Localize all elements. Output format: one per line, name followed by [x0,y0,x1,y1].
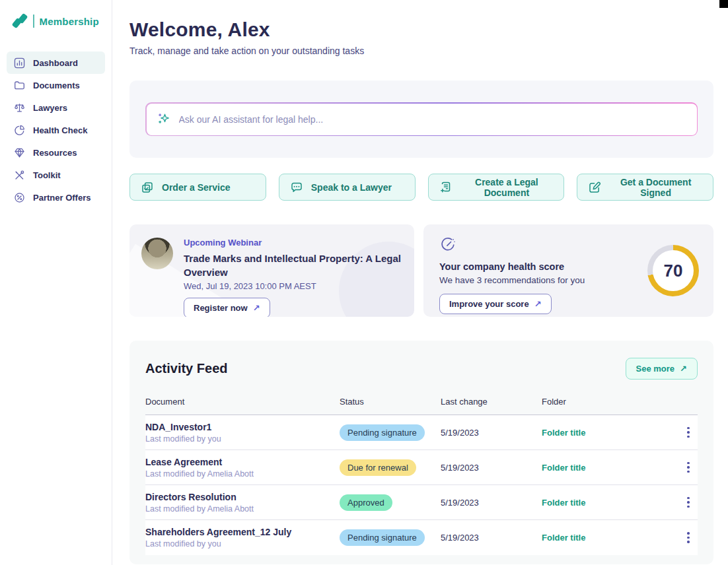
sidebar-item-label: Dashboard [33,58,78,68]
sidebar-nav: Dashboard Documents Lawyers Health Check [0,51,112,209]
see-more-label: See more [636,364,675,374]
column-header-status: Status [340,397,441,407]
ai-input-container [147,104,697,135]
sidebar-item-label: Documents [33,81,80,90]
document-plus-icon [439,181,453,194]
scales-icon [13,102,25,114]
table-row: Lease Agreement Last modified by Amelia … [145,450,698,485]
row-menu-button[interactable] [679,529,698,546]
sidebar-item-label: Resources [33,148,77,158]
status-badge: Approved [340,494,392,511]
activity-feed-title: Activity Feed [145,361,227,376]
document-modified: Last modified by you [145,539,340,548]
webinar-speaker-avatar [141,238,173,269]
last-change-date: 5/19/2023 [441,463,542,473]
quick-action-label: Order a Service [162,182,231,193]
document-modified: Last modified by Amelia Abott [145,469,340,479]
arrow-up-right-icon: ↗ [253,303,260,313]
main-content: Welcome, Alex Track, manage and take act… [112,0,728,565]
dashboard-icon [13,57,25,69]
row-menu-button[interactable] [679,424,698,441]
sidebar: Membership Dashboard Documents Lawyers [0,0,112,565]
folder-link[interactable]: Folder title [542,533,679,543]
brand-name: Membership [40,16,99,27]
arrow-up-right-icon: ↗ [534,299,542,309]
folder-link[interactable]: Folder title [542,428,679,438]
sidebar-item-label: Toolkit [33,170,61,180]
activity-table: Document Status Last change Folder NDA_I… [145,397,698,555]
quick-action-label: Speak to a Lawyer [311,182,392,193]
pie-chart-icon [13,124,25,136]
status-badge: Due for renewal [340,459,416,476]
logo-divider [33,15,34,28]
last-change-date: 5/19/2023 [441,498,542,508]
info-cards-row: Upcoming Webinar Trade Marks and Intelle… [129,224,713,317]
see-more-button[interactable]: See more ↗ [626,358,698,380]
register-now-button[interactable]: Register now ↗ [184,298,270,317]
status-badge: Pending signature [340,529,425,546]
brand-logo-icon [13,13,28,29]
webinar-label: Upcoming Webinar [184,238,401,248]
table-row: Shareholders Agreement_12 July Last modi… [145,520,698,555]
tools-icon [13,169,25,181]
document-title: Lease Agreement [145,457,340,467]
status-badge: Pending signature [340,424,425,441]
quick-action-label: Get a Document Signed [609,177,702,198]
folder-link[interactable]: Folder title [542,463,679,473]
document-modified: Last modified by you [145,434,340,444]
sidebar-item-resources[interactable]: Resources [7,141,105,164]
percent-circle-icon [13,191,25,203]
quick-actions: Order a Service Speak to a Lawyer Create… [129,174,713,201]
activity-feed-panel: Activity Feed See more ↗ Document Status… [129,341,713,564]
register-now-label: Register now [194,303,248,313]
column-header-folder: Folder [542,397,679,407]
table-row: Directors Resolution Last modified by Am… [145,485,698,520]
sparkles-icon [157,112,171,126]
folder-link[interactable]: Folder title [542,498,679,508]
sidebar-item-dashboard[interactable]: Dashboard [7,51,105,74]
corner-artifact [719,0,728,8]
sidebar-item-toolkit[interactable]: Toolkit [7,164,105,186]
ai-assistant-card [129,81,713,158]
row-menu-button[interactable] [679,459,698,476]
chat-bubble-icon [290,181,303,194]
webinar-title: Trade Marks and Intellectual Property: A… [184,251,401,279]
health-score-card: Your company health score We have 3 reco… [423,224,713,317]
page-subtitle: Track, manage and take action on your ou… [129,46,713,56]
column-header-last-change: Last change [441,397,542,407]
health-score-ring: 70 [647,245,699,296]
last-change-date: 5/19/2023 [441,533,542,543]
sidebar-item-label: Partner Offers [33,193,91,203]
document-title: Directors Resolution [145,492,340,502]
document-modified: Last modified by Amelia Abott [145,504,340,514]
table-header: Document Status Last change Folder [145,397,698,415]
column-header-document: Document [145,397,340,407]
order-service-icon [141,181,154,194]
document-title: NDA_Investor1 [145,422,340,432]
arrow-up-right-icon: ↗ [680,364,687,374]
ai-assistant-input[interactable] [179,114,686,125]
improve-score-label: Improve your score [449,299,529,309]
sidebar-item-lawyers[interactable]: Lawyers [7,96,105,119]
improve-score-button[interactable]: Improve your score ↗ [439,294,552,314]
last-change-date: 5/19/2023 [441,428,542,438]
brand-logo: Membership [0,13,112,29]
create-legal-document-button[interactable]: Create a Legal Document [428,174,565,201]
get-document-signed-button[interactable]: Get a Document Signed [577,174,713,201]
sidebar-item-label: Health Check [33,125,87,135]
pen-square-icon [588,181,601,194]
page-title: Welcome, Alex [129,18,713,41]
quick-action-label: Create a Legal Document [460,177,554,198]
sidebar-item-health-check[interactable]: Health Check [7,119,105,141]
gem-icon [13,147,25,158]
app-window: Membership Dashboard Documents Lawyers [0,0,728,565]
speak-to-lawyer-button[interactable]: Speak to a Lawyer [279,174,416,201]
sidebar-item-documents[interactable]: Documents [7,74,105,96]
order-service-button[interactable]: Order a Service [129,174,266,201]
document-title: Shareholders Agreement_12 July [145,527,340,537]
table-row: NDA_Investor1 Last modified by you Pendi… [145,415,698,450]
row-menu-button[interactable] [679,494,698,511]
folder-icon [13,79,25,91]
webinar-datetime: Wed, Jul 19, 2023 10:00 PM AEST [184,281,401,291]
sidebar-item-partner-offers[interactable]: Partner Offers [7,186,105,209]
